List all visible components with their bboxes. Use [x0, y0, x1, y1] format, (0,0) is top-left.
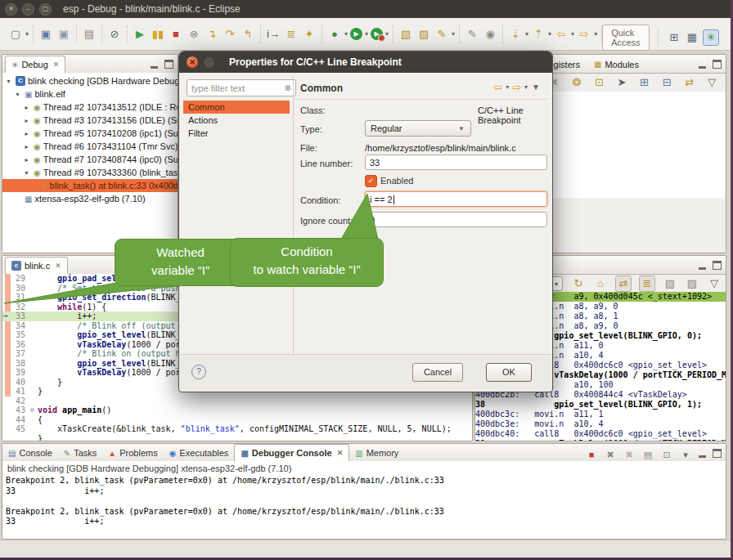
tree-expander-icon[interactable]: ▸: [22, 104, 31, 111]
new-view-icon[interactable]: ▧: [663, 276, 677, 291]
open-perspective-icon[interactable]: ⊞: [667, 30, 681, 45]
tree-item[interactable]: ▾Cblink checking [GDB Hardware Debugging…: [2, 74, 178, 87]
back-dropdown-icon[interactable]: ▾: [506, 83, 509, 91]
dialog-maximize-icon[interactable]: [204, 57, 214, 68]
expand-all-icon[interactable]: ⊞: [637, 75, 652, 90]
condition-input[interactable]: i == 2: [365, 191, 547, 207]
forward-icon-dropdown[interactable]: ▾: [594, 30, 597, 38]
link-instruction-icon[interactable]: ⇄: [615, 276, 632, 292]
ok-button[interactable]: OK: [486, 363, 532, 382]
console-tab-memory[interactable]: ▥Memory: [349, 445, 404, 461]
debug-icon-dropdown[interactable]: ▾: [344, 30, 348, 38]
instruction-stepping-icon[interactable]: i→: [266, 27, 281, 42]
tree-item[interactable]: ▸◉Thread #2 1073413512 (IDLE : Running): [2, 101, 178, 114]
home-icon[interactable]: ⌂: [593, 276, 608, 291]
disassembly-line[interactable]: 38 gpio_set_level(BLINK_GPIO, 1);: [475, 400, 726, 410]
step-return-icon[interactable]: ↰: [241, 27, 255, 42]
show-source-icon[interactable]: ≣: [639, 276, 655, 292]
tree-item[interactable]: ≡blink_task() at blink.c:33 0x400dbc18: [2, 179, 178, 192]
collapse-all-icon[interactable]: ⊟: [659, 75, 674, 90]
maximize-icon[interactable]: [164, 60, 173, 69]
disconnect-icon[interactable]: ⊗: [187, 27, 201, 42]
line-number-input[interactable]: 33: [365, 155, 547, 170]
next-annotation-icon[interactable]: ⇡: [531, 27, 546, 42]
disassembly-line[interactable]: 400dbc3e: movi.n a10, 4: [475, 419, 726, 429]
type-select[interactable]: Regular ▼: [365, 120, 471, 137]
tree-expander-icon[interactable]: ▸: [22, 130, 31, 137]
external-tools-icon-dropdown[interactable]: ▾: [385, 30, 389, 38]
clear-filter-icon[interactable]: ⊗: [285, 83, 291, 92]
view-menu-icon[interactable]: ▽: [704, 75, 719, 90]
quick-access[interactable]: Quick Access: [602, 25, 650, 51]
code-line[interactable]: }: [2, 434, 472, 442]
console-tab-console[interactable]: ▤Console: [2, 445, 58, 461]
previous-annotation-icon-dropdown[interactable]: ▾: [525, 30, 528, 38]
terminate-icon[interactable]: ■: [169, 27, 183, 42]
save-all-icon[interactable]: ▣: [56, 27, 71, 42]
new-wizard-icon[interactable]: ▢: [8, 27, 23, 42]
forward-icon[interactable]: ⇨: [512, 81, 521, 93]
save-icon[interactable]: ▣: [38, 27, 53, 42]
console-tab-tasks[interactable]: ✎Tasks: [58, 445, 103, 461]
console-body[interactable]: blink checking [GDB Hardware Debugging] …: [2, 461, 726, 539]
chevron-down-icon[interactable]: ▾: [555, 280, 558, 288]
disassembly-line[interactable]: 400dbc3c: movi.n a11, 1: [475, 410, 726, 419]
tree-item[interactable]: ▾▣blink.elf: [2, 87, 178, 101]
enabled-checkbox[interactable]: ✓: [365, 175, 377, 187]
new-wizard-icon-dropdown[interactable]: ▾: [25, 30, 29, 38]
tree-item[interactable]: ▸◉Thread #6 1073431104 (Tmr Svc) (Suspen…: [2, 140, 178, 153]
console-tab-debugger-console[interactable]: ▦Debugger Console✕: [234, 444, 349, 461]
forward-icon[interactable]: ⇨: [577, 27, 591, 42]
suspend-icon[interactable]: ▮▮: [151, 27, 165, 42]
tree-expander-icon[interactable]: ▸: [22, 156, 31, 164]
cancel-button[interactable]: Cancel: [412, 363, 463, 382]
pin-view-icon[interactable]: ▨: [685, 276, 699, 291]
step-into-icon[interactable]: ↴: [205, 27, 219, 42]
maximize-icon[interactable]: [713, 449, 722, 458]
external-tools-icon[interactable]: ▶: [371, 28, 383, 40]
minimize-icon[interactable]: [151, 60, 158, 69]
back-icon[interactable]: ⇦: [554, 27, 569, 42]
skip-all-icon[interactable]: ➤: [614, 75, 629, 90]
code-line[interactable]: 45 xTaskCreate(&blink_task, "blink_task"…: [2, 424, 472, 434]
code-line[interactable]: 43⊖void app_main(): [2, 405, 472, 415]
tree-expander-icon[interactable]: ▸: [22, 143, 31, 150]
minimize-icon[interactable]: [699, 60, 706, 69]
code-line[interactable]: 42: [2, 396, 472, 406]
debug-perspective-icon[interactable]: ✳: [703, 29, 719, 46]
tab-blink-c[interactable]: c blink.c ✕: [5, 257, 68, 274]
link-with-debug-icon[interactable]: ⇄: [682, 75, 697, 90]
dialog-nav-common[interactable]: Common: [183, 101, 290, 114]
next-annotation-icon-dropdown[interactable]: ▾: [548, 30, 551, 38]
open-type-icon[interactable]: ▧: [398, 27, 413, 42]
console-tab-executables[interactable]: ◉Executables: [164, 445, 235, 461]
disassembly-line[interactable]: 400dbc40: call8 0x400dc6c0 <gpio_set_lev…: [475, 429, 726, 439]
clear-console-icon[interactable]: ▤: [642, 447, 654, 462]
link-with-editor-icon[interactable]: ◉: [483, 27, 497, 42]
dialog-close-icon[interactable]: ✕: [187, 56, 198, 68]
open-resource-icon[interactable]: ▨: [416, 27, 431, 42]
show-debug-elements-icon[interactable]: ≣: [284, 27, 299, 42]
annotate-icon-dropdown[interactable]: ▾: [452, 30, 455, 38]
use-step-filters-icon[interactable]: ✦: [302, 27, 317, 42]
step-over-icon[interactable]: ↷: [223, 27, 237, 42]
tab-debug[interactable]: ✳ Debug ✕: [5, 56, 65, 73]
close-icon[interactable]: ✕: [53, 60, 60, 69]
tree-expander-icon[interactable]: ▾: [22, 169, 31, 177]
tree-expander-icon[interactable]: ▾: [4, 78, 13, 85]
code-line[interactable]: 44{: [2, 415, 472, 425]
resume-icon[interactable]: ▶: [133, 27, 147, 42]
minimize-icon[interactable]: [699, 261, 706, 270]
annotate-icon[interactable]: ✎: [434, 27, 449, 42]
window-maximize-icon[interactable]: ▢: [39, 3, 52, 16]
previous-annotation-icon[interactable]: ⇣: [508, 27, 523, 42]
remove-all-launches-icon[interactable]: ✖: [623, 447, 635, 462]
tree-item[interactable]: ▾◉Thread #9 1073433360 (blink_task : Sus…: [2, 166, 178, 179]
debug-icon[interactable]: ●: [327, 27, 342, 42]
go-to-file-icon[interactable]: ⊡: [592, 75, 607, 90]
ignore-count-input[interactable]: 0: [365, 212, 547, 227]
forward-dropdown-icon[interactable]: ▾: [524, 83, 528, 91]
disassembly-line[interactable]: 39 vTaskDelay(1000 / portTICK_PERIOD_MS)…: [475, 439, 726, 441]
window-minimize-icon[interactable]: –: [22, 3, 34, 16]
console-menu-icon[interactable]: ▾: [680, 447, 691, 462]
